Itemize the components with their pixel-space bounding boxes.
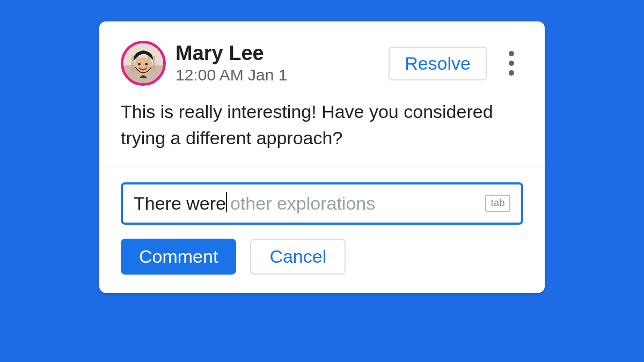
comment-header: Mary Lee 12:00 AM Jan 1 Resolve <box>121 41 523 86</box>
more-options-button[interactable] <box>500 51 523 76</box>
comment-button[interactable]: Comment <box>121 239 236 275</box>
cancel-button[interactable]: Cancel <box>250 239 346 275</box>
dots-vertical-icon <box>509 51 514 56</box>
svg-point-2 <box>138 63 140 65</box>
author-name: Mary Lee <box>175 42 287 65</box>
comment-card: Mary Lee 12:00 AM Jan 1 Resolve This is … <box>99 21 545 293</box>
divider <box>99 167 545 167</box>
comment-timestamp: 12:00 AM Jan 1 <box>175 66 287 84</box>
svg-point-3 <box>145 63 148 65</box>
tab-key-hint: tab <box>485 195 510 212</box>
resolve-button[interactable]: Resolve <box>389 47 487 80</box>
text-caret <box>226 192 227 212</box>
comment-body: This is really interesting! Have you con… <box>121 99 523 152</box>
reply-actions: Comment Cancel <box>121 239 523 275</box>
avatar[interactable] <box>121 41 166 86</box>
avatar-image <box>123 43 163 83</box>
reply-typed-text: There were <box>134 193 226 214</box>
smart-compose-suggestion: other explorations <box>230 193 486 214</box>
reply-input[interactable]: There were other explorations tab <box>121 182 523 225</box>
author-block: Mary Lee 12:00 AM Jan 1 <box>175 42 287 84</box>
